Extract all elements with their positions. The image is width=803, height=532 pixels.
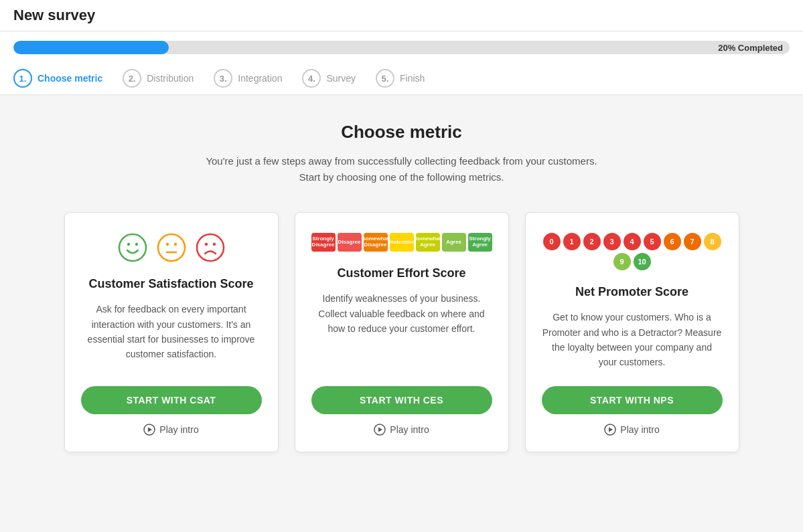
svg-marker-13: [378, 427, 382, 432]
happy-smiley-icon: [118, 233, 147, 262]
nps-dot-4: 4: [624, 233, 641, 250]
step-5-label: Finish: [400, 73, 425, 84]
svg-point-2: [135, 243, 137, 246]
csat-title: Customer Satisfaction Score: [88, 276, 253, 292]
svg-marker-11: [148, 427, 152, 432]
nps-dot-9: 9: [613, 253, 631, 270]
ces-box-3: Undecided: [390, 233, 414, 252]
ces-box-2: Somewhat Disagree: [364, 233, 388, 252]
svg-point-4: [165, 243, 168, 246]
play-intro-nps[interactable]: Play intro: [604, 424, 659, 436]
ces-scale: Strongly DisagreeDisagreeSomewhat Disagr…: [311, 233, 492, 252]
start-nps-button[interactable]: START WITH NPS: [542, 386, 723, 414]
step-4-label: Survey: [326, 73, 356, 84]
nps-dot-10: 10: [634, 253, 651, 270]
steps-nav: 1. Choose metric 2. Distribution 3. Inte…: [13, 62, 790, 94]
page-title: New survey: [13, 7, 790, 24]
svg-point-5: [173, 243, 176, 246]
progress-section: 20% Completed 1. Choose metric 2. Distri…: [0, 31, 803, 95]
nps-dot-0: 0: [543, 233, 561, 250]
svg-point-3: [158, 234, 185, 261]
start-csat-button[interactable]: START WITH CSAT: [81, 386, 262, 414]
step-5-circle: 5.: [376, 69, 394, 88]
csat-card: Customer Satisfaction Score Ask for feed…: [64, 212, 279, 452]
svg-point-0: [119, 234, 146, 261]
ces-box-5: Agree: [442, 233, 466, 252]
start-ces-button[interactable]: START WITH CES: [311, 386, 492, 414]
svg-marker-15: [609, 427, 613, 432]
progress-label: 20% Completed: [718, 43, 783, 53]
main-content: Choose metric You're just a few steps aw…: [13, 95, 790, 479]
ces-card: Strongly DisagreeDisagreeSomewhat Disagr…: [295, 212, 509, 452]
section-title: Choose metric: [27, 122, 777, 143]
play-csat-icon: [143, 424, 155, 436]
nps-dot-5: 5: [644, 233, 661, 250]
step-3-circle: 3.: [214, 69, 232, 88]
svg-point-9: [212, 243, 215, 246]
progress-fill: [13, 41, 169, 54]
play-ces-icon: [374, 424, 386, 436]
ces-box-6: Strongly Agree: [468, 233, 492, 252]
section-subtitle: You're just a few steps away from succes…: [27, 153, 777, 185]
play-intro-ces[interactable]: Play intro: [374, 424, 429, 436]
step-1-circle: 1.: [13, 69, 32, 88]
nps-dot-8: 8: [704, 233, 721, 250]
nps-dot-1: 1: [563, 233, 581, 250]
nps-dot-3: 3: [603, 233, 621, 250]
step-4[interactable]: 4. Survey: [302, 62, 376, 94]
svg-point-7: [197, 234, 224, 261]
csat-desc: Ask for feedback on every important inte…: [81, 302, 262, 370]
nps-dot-2: 2: [583, 233, 601, 250]
cards-row: Customer Satisfaction Score Ask for feed…: [27, 212, 777, 452]
step-2-label: Distribution: [147, 73, 194, 84]
step-3[interactable]: 3. Integration: [214, 62, 302, 94]
step-2[interactable]: 2. Distribution: [123, 62, 214, 94]
ces-box-1: Disagree: [338, 233, 362, 252]
nps-title: Net Promoter Score: [575, 284, 688, 300]
ces-box-0: Strongly Disagree: [311, 233, 336, 252]
step-5[interactable]: 5. Finish: [376, 62, 445, 94]
play-intro-csat[interactable]: Play intro: [143, 424, 198, 436]
ces-box-4: Somewhat Agree: [416, 233, 440, 252]
progress-track: 20% Completed: [13, 41, 790, 54]
nps-dot-6: 6: [664, 233, 681, 250]
ces-desc: Identify weaknesses of your business. Co…: [311, 291, 492, 370]
nps-card: 012345678910 Net Promoter Score Get to k…: [525, 212, 739, 452]
step-4-circle: 4.: [302, 69, 321, 88]
ces-title: Customer Effort Score: [337, 265, 465, 282]
step-3-label: Integration: [238, 73, 282, 84]
step-1[interactable]: 1. Choose metric: [13, 62, 123, 94]
neutral-smiley-icon: [157, 233, 186, 262]
top-bar: New survey: [0, 0, 803, 31]
step-2-circle: 2.: [123, 69, 141, 88]
nps-desc: Get to know your customers. Who is a Pro…: [542, 310, 723, 370]
sad-smiley-icon: [196, 233, 225, 262]
csat-icon-row: [118, 233, 225, 262]
play-nps-icon: [604, 424, 616, 436]
svg-point-8: [204, 243, 207, 246]
svg-point-1: [127, 243, 129, 246]
nps-dot-7: 7: [684, 233, 701, 250]
nps-dots: 012345678910: [542, 233, 723, 270]
step-1-label: Choose metric: [38, 73, 102, 84]
